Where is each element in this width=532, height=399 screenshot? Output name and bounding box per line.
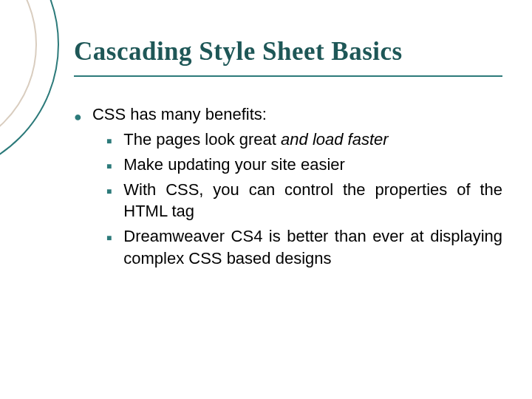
- list-item-text: With CSS, you can control the properties…: [123, 179, 502, 222]
- disc-bullet-icon: ●: [74, 108, 82, 126]
- list-item-text: Make updating your site easier: [123, 154, 502, 176]
- square-bullet-icon: ■: [106, 135, 112, 147]
- list-item: ■ The pages look great and load faster: [106, 129, 502, 151]
- square-bullet-icon: ■: [106, 160, 112, 172]
- list-item: ■ Make updating your site easier: [106, 154, 502, 176]
- sub-list: ■ The pages look great and load faster ■…: [106, 129, 502, 269]
- list-item-text: The pages look great and load faster: [123, 129, 502, 151]
- slide: Cascading Style Sheet Basics ● CSS has m…: [0, 0, 532, 399]
- square-bullet-icon: ■: [106, 232, 112, 244]
- list-item: ■ Dreamweaver CS4 is better than ever at…: [106, 225, 502, 269]
- square-bullet-icon: ■: [106, 185, 112, 197]
- list-item-text: Dreamweaver CS4 is better than ever at d…: [123, 225, 502, 269]
- slide-body: ● CSS has many benefits: ■ The pages loo…: [74, 103, 502, 269]
- lead-text: CSS has many benefits:: [92, 103, 502, 126]
- slide-title: Cascading Style Sheet Basics: [74, 37, 502, 77]
- text-italic: and load faster: [281, 130, 389, 149]
- list-item: ■ With CSS, you can control the properti…: [106, 179, 502, 222]
- bullet-row: ● CSS has many benefits:: [74, 103, 502, 126]
- text-plain: The pages look great: [123, 130, 281, 149]
